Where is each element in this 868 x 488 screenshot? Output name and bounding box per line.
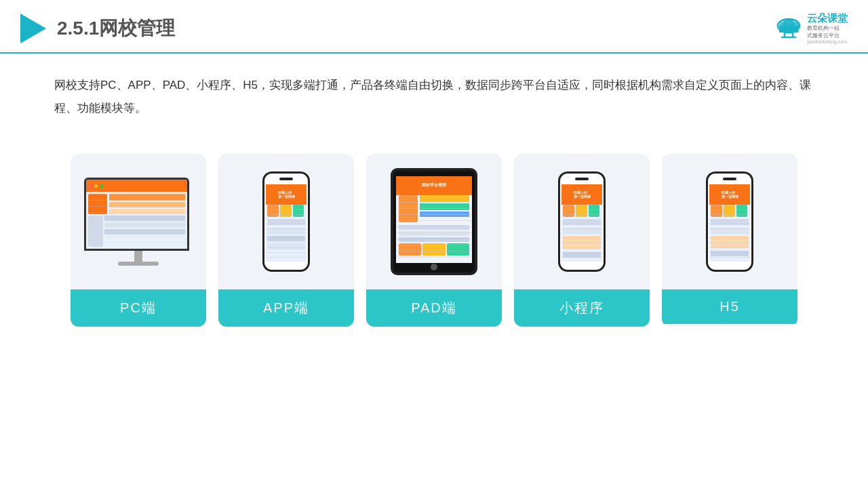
card-app: 职通人的第一堂网课 APP端: [218, 154, 354, 327]
svg-rect-8: [779, 26, 798, 33]
page-header: 2.5.1网校管理 云朵课堂 教育机构一站式服务云平台 yunduoketang…: [0, 0, 868, 54]
card-miniprogram-label: 小程序: [514, 289, 650, 327]
miniprogram-device: 职通人的第一堂网课: [558, 171, 606, 272]
pc-device: [84, 178, 193, 266]
header-left: 2.5.1网校管理: [20, 14, 175, 43]
card-h5-label: H5: [662, 289, 797, 324]
card-pc: PC端: [71, 154, 206, 327]
card-pad: 网校平台管理: [366, 154, 502, 327]
app-device: 职通人的第一堂网课: [262, 171, 310, 272]
logo-cloud-icon: [774, 17, 803, 40]
logo-slogan: 教育机构一站式服务云平台: [807, 24, 848, 39]
description-text: 网校支持PC、APP、PAD、小程序、H5，实现多端打通，产品各终端自由切换，数…: [0, 54, 868, 134]
card-pc-label: PC端: [71, 289, 206, 327]
logo-domain: yunduoketang.com: [807, 39, 848, 44]
card-app-label: APP端: [218, 289, 354, 327]
h5-device: 职通人的第一堂网课: [706, 171, 753, 272]
play-icon: [20, 14, 46, 43]
page-title: 2.5.1网校管理: [57, 16, 175, 41]
device-cards: PC端 职通人的第一堂网课: [0, 140, 868, 340]
card-app-image: 职通人的第一堂网课: [218, 154, 354, 289]
card-miniprogram: 职通人的第一堂网课 小程序: [514, 154, 650, 327]
logo-brand-name: 云朵课堂: [807, 12, 848, 24]
card-h5-image: 职通人的第一堂网课: [662, 154, 797, 289]
logo-text: 云朵课堂 教育机构一站式服务云平台 yunduoketang.com: [807, 12, 848, 44]
card-h5: 职通人的第一堂网课 H5: [662, 154, 797, 327]
card-pad-label: PAD端: [366, 289, 502, 327]
card-miniprogram-image: 职通人的第一堂网课: [514, 154, 650, 289]
card-pad-image: 网校平台管理: [366, 154, 502, 289]
card-pc-image: [71, 154, 206, 289]
pad-device: 网校平台管理: [391, 168, 477, 275]
logo: 云朵课堂 教育机构一站式服务云平台 yunduoketang.com: [774, 12, 848, 44]
